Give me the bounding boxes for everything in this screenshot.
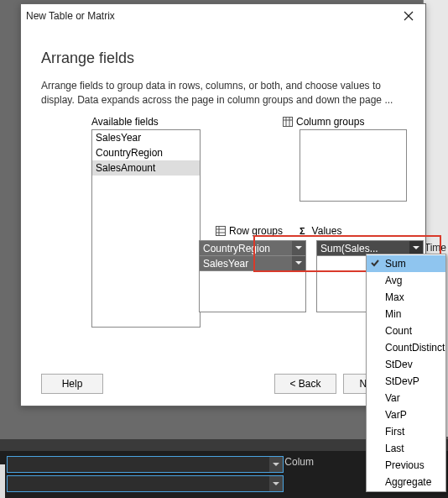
page-description: Arrange fields to group data in rows, co… (41, 79, 405, 107)
column-groups-text: Column groups (296, 116, 364, 128)
aggregate-menu-item[interactable]: Min (367, 306, 445, 322)
aggregate-menu-item[interactable]: Aggregate (367, 474, 445, 490)
available-fields-label: Available fields (91, 116, 159, 128)
aggregate-menu-item[interactable]: Last (367, 440, 445, 457)
values-text: Values (312, 225, 342, 237)
row-groups-text: Row groups (229, 225, 283, 237)
close-button[interactable] (397, 6, 420, 26)
aggregate-menu-item[interactable]: Var (367, 390, 445, 406)
row-groups-box[interactable]: CountryRegionSalesYear (199, 240, 306, 312)
row-groups-label: Row groups (216, 225, 283, 237)
close-icon (404, 11, 414, 21)
svg-rect-11 (216, 226, 226, 235)
aggregate-menu-item[interactable]: Previous (367, 457, 445, 474)
button-row: Help < Back Next > (41, 374, 405, 394)
bg-row[interactable] (7, 475, 284, 492)
bg-side-tab (0, 464, 5, 498)
available-fields-list[interactable]: SalesYearCountryRegionSalesAmount (91, 129, 201, 328)
aggregate-menu[interactable]: SumAvgMaxMinCountCountDistinctStDevStDev… (366, 254, 446, 492)
field-layout: Available fields SalesYearCountryRegionS… (41, 116, 405, 359)
table-icon (216, 226, 226, 236)
svg-rect-7 (284, 117, 293, 126)
aggregate-menu-item[interactable]: StDev (367, 356, 445, 373)
aggregate-menu-item[interactable]: VarP (367, 406, 445, 423)
aggregate-menu-item[interactable]: StDevP (367, 373, 445, 390)
table-icon (283, 117, 293, 127)
check-icon (370, 258, 380, 270)
aggregate-menu-item[interactable]: CountDistinct (367, 339, 445, 356)
aggregate-menu-item[interactable]: Sum (367, 255, 445, 272)
chevron-down-icon[interactable] (269, 457, 283, 472)
chevron-down-icon[interactable] (269, 476, 283, 491)
titlebar: New Table or Matrix (21, 4, 425, 28)
help-button[interactable]: Help (41, 374, 103, 394)
row-group-field[interactable]: CountryRegion (200, 241, 305, 256)
bg-row[interactable] (7, 456, 284, 473)
chevron-down-icon[interactable] (292, 241, 305, 255)
aggregate-menu-item[interactable]: Avg (367, 272, 445, 289)
column-groups-label: Column groups (283, 116, 364, 128)
dialog-content: Arrange fields Arrange fields to group d… (21, 28, 425, 359)
chevron-down-icon[interactable] (292, 256, 305, 270)
dialog-title: New Table or Matrix (26, 10, 397, 22)
row-group-field[interactable]: SalesYear (200, 256, 305, 271)
bg-rows (7, 453, 284, 492)
aggregate-menu-item[interactable]: Max (367, 289, 445, 306)
values-label: Values (300, 225, 341, 237)
available-field-item[interactable]: CountryRegion (92, 145, 200, 160)
available-field-item[interactable]: SalesYear (92, 130, 200, 145)
aggregate-menu-item[interactable]: First (367, 423, 445, 440)
available-field-item[interactable]: SalesAmount (92, 160, 200, 176)
bg-column-text: Colum (284, 456, 314, 468)
back-button[interactable]: < Back (274, 374, 336, 394)
spacer (110, 374, 268, 394)
page-heading: Arrange fields (41, 50, 405, 67)
aggregate-menu-item[interactable]: Count (367, 322, 445, 339)
column-groups-box[interactable] (300, 129, 407, 202)
